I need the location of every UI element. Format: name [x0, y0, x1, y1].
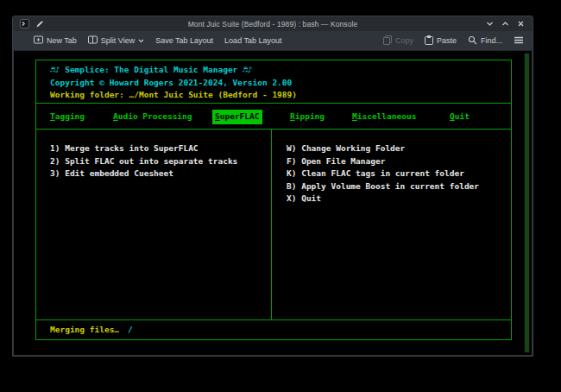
load-tab-layout-label: Load Tab Layout	[224, 36, 281, 45]
save-tab-layout-button[interactable]: Save Tab Layout	[155, 36, 213, 45]
scrollbar-thumb[interactable]	[525, 54, 529, 352]
global-option-5[interactable]: X) Quit	[287, 193, 511, 205]
split-view-button[interactable]: Split View	[88, 35, 144, 46]
pencil-icon	[35, 16, 44, 32]
terminal-scrollbar[interactable]	[524, 53, 530, 353]
app-copyright: Copyright © Howard Rogers 2021-2024, Ver…	[50, 77, 297, 90]
load-tab-layout-button[interactable]: Load Tab Layout	[224, 36, 281, 45]
menu-item-quit[interactable]: Quit	[450, 111, 470, 123]
window-title: Mont Juic Suite (Bedford - 1989) : bash …	[13, 20, 533, 28]
global-option-2[interactable]: F) Open File Manager	[287, 155, 511, 168]
copy-icon	[383, 35, 392, 47]
titlebar[interactable]: Mont Juic Suite (Bedford - 1989) : bash …	[13, 16, 533, 31]
status-message: Merging files…	[50, 324, 119, 337]
new-tab-label: New Tab	[47, 36, 77, 45]
working-folder: Working folder: …/Mont Juic Suite (Bedfo…	[50, 89, 297, 102]
konsole-app-icon	[20, 16, 29, 32]
copy-label: Copy	[395, 36, 413, 45]
app-header: ♬♪ Semplice: The Digital Music Manager ♬…	[36, 60, 297, 102]
global-option-4[interactable]: B) Apply Volume Boost in current folder	[287, 180, 511, 193]
minimize-button[interactable]	[486, 20, 494, 28]
app-title: ♬♪ Semplice: The Digital Music Manager ♬…	[50, 64, 297, 77]
search-icon	[468, 35, 477, 47]
status-bar: Merging files… /	[36, 320, 511, 339]
paste-label: Paste	[437, 36, 457, 45]
close-button[interactable]	[517, 20, 525, 28]
find-button[interactable]: Find...	[468, 35, 502, 47]
left-panel: 1) Merge tracks into SuperFLAC2) Split F…	[36, 130, 271, 319]
chevron-down-icon	[138, 36, 144, 45]
progress-spinner: /	[128, 324, 133, 337]
copy-button[interactable]: Copy	[383, 35, 413, 47]
new-tab-button[interactable]: New Tab	[34, 35, 77, 46]
desktop-background: Mont Juic Suite (Bedford - 1989) : bash …	[0, 0, 561, 392]
konsole-window: Mont Juic Suite (Bedford - 1989) : bash …	[12, 16, 533, 357]
paste-button[interactable]: Paste	[425, 35, 457, 47]
menu-item-audio-processing[interactable]: Audio Processing	[113, 111, 192, 123]
toolbar: New Tab Split View Save Tab Layout Load …	[13, 31, 533, 51]
new-tab-icon	[34, 35, 43, 46]
superflac-option-2[interactable]: 2) Split FLAC out into separate tracks	[50, 155, 271, 168]
find-label: Find...	[481, 36, 502, 45]
save-tab-layout-label: Save Tab Layout	[155, 36, 213, 45]
split-view-label: Split View	[101, 36, 135, 45]
global-option-3[interactable]: K) Clean FLAC tags in current folder	[287, 168, 511, 180]
global-option-1[interactable]: W) Change Working Folder	[287, 142, 511, 155]
superflac-option-1[interactable]: 1) Merge tracks into SuperFLAC	[50, 142, 271, 155]
menu-item-superflac[interactable]: SuperFLAC	[212, 110, 262, 124]
hamburger-icon	[514, 36, 524, 46]
hamburger-menu-button[interactable]	[514, 36, 524, 46]
maximize-button[interactable]	[501, 20, 509, 28]
superflac-option-3[interactable]: 3) Edit embedded Cuesheet	[50, 168, 271, 180]
menu-item-miscellaneous[interactable]: Miscellaneous	[352, 111, 416, 123]
semplice-app-frame: ♬♪ Semplice: The Digital Music Manager ♬…	[35, 60, 512, 340]
paste-icon	[425, 35, 433, 47]
menu-bar: TaggingAudio ProcessingSuperFLACRippingM…	[36, 104, 511, 129]
split-view-icon	[88, 35, 98, 46]
menu-item-ripping[interactable]: Ripping	[290, 111, 325, 123]
menu-item-tagging[interactable]: Tagging	[50, 111, 85, 123]
right-panel: W) Change Working FolderF) Open File Man…	[272, 130, 511, 319]
terminal-viewport[interactable]: ♬♪ Semplice: The Digital Music Manager ♬…	[14, 51, 532, 355]
